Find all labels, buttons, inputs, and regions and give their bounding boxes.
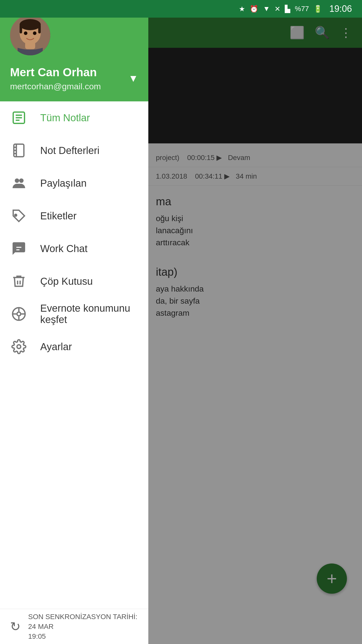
trash-icon [10, 272, 28, 290]
svg-point-22 [17, 345, 21, 349]
settings-label: Ayarlar [40, 341, 72, 352]
sidebar-item-notebooks[interactable]: Not Defterleri [0, 134, 148, 167]
signal-icon: ✕ [275, 5, 280, 13]
status-bar: ★ ⏰ ▼ ✕ ▙ %77 🔋 19:06 [0, 0, 362, 18]
settings-icon [10, 338, 28, 355]
trash-label: Çöp Kutusu [40, 276, 93, 287]
svg-point-17 [15, 178, 19, 183]
sync-icon: ↻ [10, 619, 21, 634]
notes-icon [10, 109, 28, 127]
svg-point-21 [17, 312, 21, 316]
signal-bars-icon: ▙ [285, 5, 290, 13]
tag-icon [10, 207, 28, 225]
user-email: mertcorhan@gmail.com [10, 82, 123, 91]
svg-point-19 [15, 214, 17, 216]
shared-label: Paylaşılan [40, 178, 87, 189]
sidebar-item-shared[interactable]: Paylaşılan [0, 167, 148, 199]
bluetooth-icon: ★ [239, 5, 245, 13]
explore-icon [10, 305, 28, 323]
svg-rect-5 [38, 25, 41, 33]
all-notes-label: Tüm Notlar [40, 112, 90, 124]
svg-rect-4 [20, 25, 22, 33]
battery-icon: 🔋 [313, 5, 322, 13]
notebook-icon [10, 142, 28, 159]
svg-point-3 [20, 19, 41, 30]
shared-icon [10, 174, 28, 192]
sidebar-item-settings[interactable]: Ayarlar [0, 330, 148, 363]
sidebar-item-tags[interactable]: Etiketler [0, 199, 148, 232]
drawer-user-info[interactable]: Mert Can Orhan mertcorhan@gmail.com ▼ [10, 65, 138, 91]
battery-percent: %77 [295, 5, 309, 13]
chat-icon [10, 240, 28, 257]
svg-point-6 [24, 31, 27, 35]
drawer-menu: Tüm Notlar Not Defterleri [0, 101, 148, 609]
tags-label: Etiketler [40, 210, 77, 222]
drawer-footer: ↻ SON SENKRONİZASYON TARİHİ: 24 MAR 19:0… [0, 609, 148, 644]
status-time: 19:06 [329, 4, 352, 14]
sidebar-item-explore[interactable]: Evernote konumunu keşfet [0, 298, 148, 330]
account-chevron-icon[interactable]: ▼ [128, 73, 138, 84]
sidebar-item-trash[interactable]: Çöp Kutusu [0, 265, 148, 298]
navigation-drawer: Mert Can Orhan mertcorhan@gmail.com ▼ Tü… [0, 0, 148, 644]
alarm-icon: ⏰ [250, 5, 258, 13]
work-chat-label: Work Chat [40, 243, 87, 254]
avatar-image [10, 15, 50, 55]
avatar[interactable] [10, 15, 50, 55]
user-name: Mert Can Orhan [10, 65, 123, 79]
svg-point-7 [33, 31, 36, 35]
sidebar-item-work-chat[interactable]: Work Chat [0, 232, 148, 265]
wifi-icon: ▼ [263, 5, 270, 13]
status-icons: ★ ⏰ ▼ ✕ ▙ %77 🔋 19:06 [239, 4, 352, 14]
sidebar-item-all-notes[interactable]: Tüm Notlar [0, 101, 148, 134]
svg-point-18 [19, 178, 24, 183]
sync-text: SON SENKRONİZASYON TARİHİ: 24 MAR 19:05 [28, 612, 138, 641]
drawer-user-details: Mert Can Orhan mertcorhan@gmail.com [10, 65, 123, 91]
notebooks-label: Not Defterleri [40, 145, 100, 156]
explore-label: Evernote konumunu keşfet [40, 303, 138, 325]
